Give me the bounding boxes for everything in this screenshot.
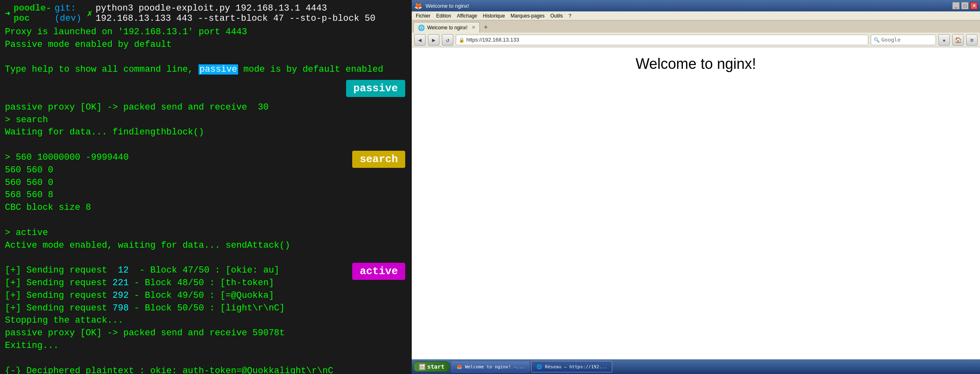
firefox-toolbar: ◀ ▶ ↺ 🔒 https://192.168.13.133 🔍 Google …	[412, 33, 980, 47]
terminal: ➜ poodle-poc git:(dev) ✗ python3 poodle-…	[0, 0, 412, 374]
badge-passive: passive	[346, 80, 405, 97]
tab-nginx[interactable]: 🌐 Welcome to nginx! ✕	[413, 22, 480, 33]
search-label: Google	[881, 37, 901, 43]
taskbar: 🪟 start 🦊 Welcome to nginx! -... 🌐 Résea…	[412, 359, 980, 374]
forward-btn[interactable]: ▶	[428, 34, 439, 46]
tab-favicon: 🌐	[418, 24, 425, 31]
badge-active: active	[352, 263, 405, 280]
menu-btn[interactable]: ≡	[966, 34, 978, 46]
prompt-arrow: ➜	[5, 8, 10, 19]
firefox-maximize-btn[interactable]: □	[961, 2, 969, 9]
taskbar-btn-devtools[interactable]: 🌐 Réseau – https://192...	[531, 361, 612, 372]
firefox-logo: 🦊	[414, 2, 422, 10]
taskbar-btn-firefox-label: Welcome to nginx! -...	[465, 364, 525, 370]
menu-historique[interactable]: Historique	[481, 13, 508, 19]
tab-label: Welcome to nginx!	[427, 25, 468, 31]
firefox-titlebar: 🦊 Welcome to nginx! _ □ ✕	[412, 0, 980, 11]
terminal-output: Proxy is launched on '192.168.13.1' port…	[5, 26, 407, 374]
taskbar-btn-firefox-icon: 🦊	[457, 364, 462, 370]
menu-affichage[interactable]: Affichage	[455, 13, 480, 19]
nginx-heading: Welcome to nginx!	[636, 55, 756, 73]
terminal-title-bar: ➜ poodle-poc git:(dev) ✗ python3 poodle-…	[5, 3, 407, 24]
tab-close-btn[interactable]: ✕	[472, 25, 475, 30]
menu-help[interactable]: ?	[566, 13, 574, 19]
back-btn[interactable]: ◀	[414, 34, 426, 46]
start-label: start	[427, 363, 444, 370]
git-info: git:(dev)	[55, 3, 84, 24]
menu-marques[interactable]: Marques-pages	[508, 13, 547, 19]
taskbar-btn-firefox[interactable]: 🦊 Welcome to nginx! -...	[451, 361, 530, 372]
terminal-command: python3 poodle-exploit.py 192.168.13.1 4…	[96, 3, 407, 24]
tab-new[interactable]: +	[481, 22, 492, 33]
menu-fichier[interactable]: Fichier	[413, 13, 433, 19]
firefox-menubar: Fichier Edition Affichage Historique Mar…	[412, 11, 980, 20]
firefox-close-btn[interactable]: ✕	[970, 2, 978, 9]
reload-btn[interactable]: ↺	[442, 34, 453, 46]
search-icon: 🔍	[874, 37, 880, 43]
start-button[interactable]: 🪟 start	[413, 361, 450, 372]
taskbar-btn-devtools-icon: 🌐	[536, 364, 542, 370]
address-bar[interactable]: 🔒 https://192.168.13.133	[456, 35, 868, 45]
firefox-minimize-btn[interactable]: _	[952, 2, 960, 9]
app-name: poodle-poc	[13, 3, 51, 24]
firefox-tabs: 🌐 Welcome to nginx! ✕ +	[412, 20, 980, 33]
star-btn[interactable]: ★	[938, 34, 950, 46]
url-text: https://192.168.13.133	[466, 37, 865, 43]
start-icon: 🪟	[419, 363, 426, 370]
badge-search: search	[352, 151, 405, 168]
home-btn[interactable]: 🏠	[952, 34, 964, 46]
menu-edition[interactable]: Edition	[434, 13, 454, 19]
search-bar[interactable]: 🔍 Google	[871, 35, 936, 45]
prompt-arrow2: ✗	[87, 8, 92, 19]
right-panel: 🦊 Welcome to nginx! _ □ ✕ Fichier Editio…	[412, 0, 980, 374]
menu-outils[interactable]: Outils	[548, 13, 565, 19]
firefox-title: Welcome to nginx!	[424, 3, 951, 9]
firefox-window[interactable]: 🦊 Welcome to nginx! _ □ ✕ Fichier Editio…	[412, 0, 980, 374]
taskbar-btn-devtools-label: Réseau – https://192...	[545, 364, 607, 370]
lock-icon: 🔒	[459, 37, 465, 43]
firefox-content: Welcome to nginx!	[412, 47, 980, 374]
